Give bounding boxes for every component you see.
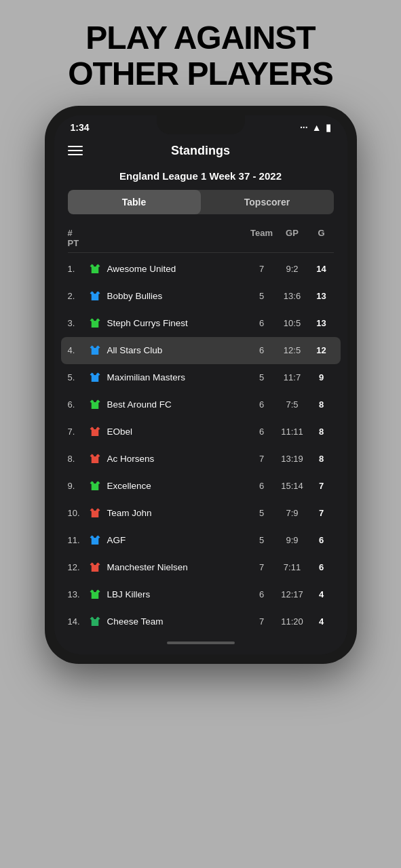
team-pt: 4 [309,616,334,627]
team-name: Bobby Bullies [104,291,248,301]
team-rank: 10. [68,508,88,518]
header-team: Team [248,228,275,238]
bottom-bar [54,635,347,654]
team-name: Excellence [104,481,248,491]
team-shirt-icon [88,561,102,574]
team-name: Cheese Team [104,616,248,627]
battery-icon: ▮ [326,122,331,133]
team-rank: 14. [68,616,88,627]
team-rank: 4. [68,345,88,355]
header-pt: PT [68,238,88,248]
team-name: Team John [104,508,248,518]
app-header: Standings [54,137,347,165]
table-row: 12. Manchester Nielsen 7 7:11 6 [54,554,347,581]
team-shirt-icon [88,371,102,384]
teams-list: 1. Awesome United 7 9:2 14 2. Bobby Bull… [54,256,347,635]
team-rank: 11. [68,535,88,545]
team-pt: 12 [309,345,334,355]
phone-mockup: 1:34 ··· ▲ ▮ Standings England League 1 … [45,106,357,664]
table-row: 3. Steph Currys Finest 6 10:5 13 [54,310,347,337]
team-pt: 8 [309,454,334,464]
team-shirt-icon [88,615,102,629]
team-gp: 5 [248,535,275,545]
team-g: 7:5 [275,399,309,410]
team-name: All Stars Club [104,345,248,355]
team-g: 9:9 [275,535,309,545]
team-gp: 6 [248,345,275,355]
tab-table[interactable]: Table [68,190,201,214]
team-rank: 9. [68,481,88,491]
table-row: 9. Excellence 6 15:14 7 [54,473,347,500]
team-rank: 3. [68,318,88,328]
notch [157,115,245,134]
team-shirt-icon [88,507,102,520]
table-row: 8. Ac Horsens 7 13:19 8 [54,446,347,473]
team-name: Manchester Nielsen [104,562,248,572]
team-shirt-icon [88,398,102,412]
app-title: Standings [171,144,230,158]
team-pt: 8 [309,427,334,437]
team-rank: 7. [68,427,88,437]
team-g: 13:19 [275,454,309,464]
team-rank: 6. [68,399,88,410]
team-pt: 13 [309,318,334,328]
table-row: 5. Maximilian Masters 5 11:7 9 [54,364,347,391]
team-g: 11:20 [275,616,309,627]
team-gp: 6 [248,589,275,599]
table-row: 1. Awesome United 7 9:2 14 [54,256,347,283]
team-gp: 6 [248,399,275,410]
team-gp: 7 [248,264,275,274]
time: 1:34 [71,122,90,133]
header-g: G [309,228,334,238]
team-g: 7:11 [275,562,309,572]
team-rank: 5. [68,372,88,382]
hamburger-menu[interactable] [68,146,83,155]
team-name: Steph Currys Finest [104,318,248,328]
team-shirt-icon [88,588,102,601]
team-pt: 8 [309,399,334,410]
team-gp: 5 [248,291,275,301]
team-pt: 6 [309,535,334,545]
team-name: Ac Horsens [104,454,248,464]
table-row: 4. All Stars Club 6 12:5 12 [61,337,341,364]
table-row: 13. LBJ Killers 6 12:17 4 [54,581,347,608]
team-gp: 5 [248,508,275,518]
table-row: 6. Best Around FC 6 7:5 8 [54,391,347,418]
table-row: 10. Team John 5 7:9 7 [54,500,347,527]
headline-line1: PLAY AGAINST [68,20,333,56]
headline: PLAY AGAINST OTHER PLAYERS [54,0,347,106]
team-g: 10:5 [275,318,309,328]
header-gp: GP [275,228,309,238]
team-g: 13:6 [275,291,309,301]
header-divider [68,252,334,253]
team-g: 7:9 [275,508,309,518]
team-shirt-icon [88,425,102,439]
team-shirt-icon [88,290,102,303]
tab-bar: Table Topscorer [68,190,334,214]
league-title: England League 1 Week 37 - 2022 [54,165,347,190]
team-gp: 5 [248,372,275,382]
tab-topscorer[interactable]: Topscorer [201,190,334,214]
team-rank: 1. [68,264,88,274]
team-rank: 8. [68,454,88,464]
team-g: 12:17 [275,589,309,599]
team-shirt-icon [88,534,102,547]
team-name: EObel [104,427,248,437]
team-pt: 7 [309,481,334,491]
team-name: AGF [104,535,248,545]
team-gp: 6 [248,481,275,491]
team-g: 11:11 [275,427,309,437]
team-shirt-icon [88,317,102,330]
team-name: LBJ Killers [104,589,248,599]
team-shirt-icon [88,452,102,466]
team-rank: 13. [68,589,88,599]
team-name: Awesome United [104,264,248,274]
phone-screen: 1:34 ··· ▲ ▮ Standings England League 1 … [54,115,347,654]
team-name: Maximilian Masters [104,372,248,382]
team-pt: 13 [309,291,334,301]
team-rank: 12. [68,562,88,572]
team-gp: 7 [248,616,275,627]
team-shirt-icon [88,344,102,357]
team-g: 11:7 [275,372,309,382]
table-row: 11. AGF 5 9:9 6 [54,527,347,554]
